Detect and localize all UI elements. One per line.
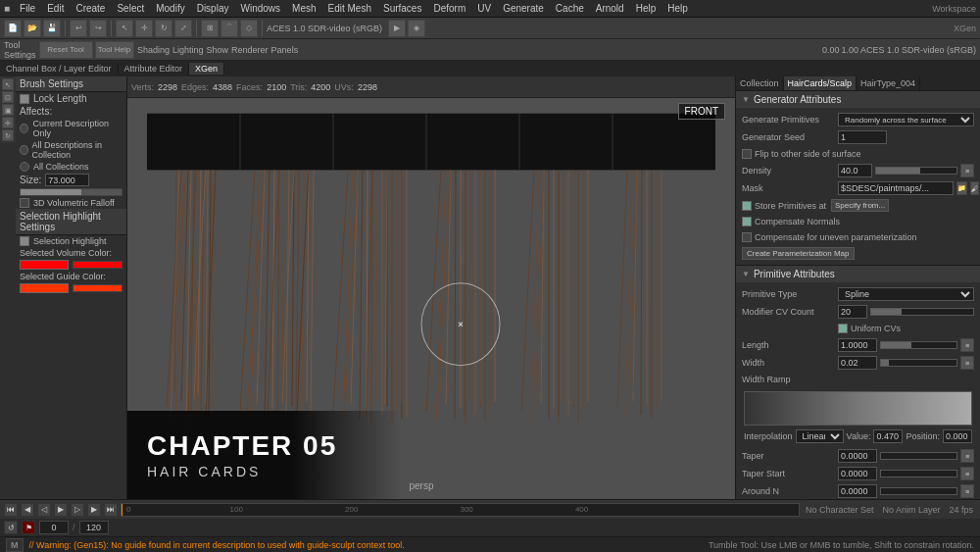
left-tool-1[interactable]: ↖ bbox=[2, 78, 14, 90]
comp-normals-checkbox[interactable] bbox=[742, 217, 752, 226]
ramp-value-input[interactable] bbox=[873, 429, 903, 443]
all-desc-radio[interactable] bbox=[20, 145, 28, 155]
rotate-icon[interactable]: ↻ bbox=[155, 20, 172, 37]
viewport-content[interactable]: persp CHAPTER 05 HAIR CARDS FRONT bbox=[127, 98, 735, 499]
width-input[interactable] bbox=[838, 356, 877, 370]
loop-btn[interactable]: ↺ bbox=[4, 521, 18, 534]
create-param-btn[interactable]: Create Parameterization Map bbox=[742, 247, 855, 260]
menu-curves[interactable]: Surfaces bbox=[377, 3, 427, 14]
timeline-track[interactable]: 0 100 200 300 400 bbox=[121, 503, 800, 517]
menu-uv[interactable]: Generate bbox=[497, 3, 550, 14]
tab-channel-box[interactable]: Channel Box / Layer Editor bbox=[0, 63, 119, 75]
xgen-tab-hairtype[interactable]: HairType_004 bbox=[857, 76, 920, 90]
menu-edit-mesh[interactable]: Edit Mesh bbox=[322, 3, 377, 14]
menu-surfaces[interactable]: Deform bbox=[427, 3, 471, 14]
size-input[interactable] bbox=[45, 174, 89, 186]
snap-point-icon[interactable]: ◇ bbox=[240, 20, 258, 37]
save-icon[interactable]: 💾 bbox=[43, 20, 61, 37]
density-slider[interactable] bbox=[875, 167, 957, 175]
prev-frame-btn[interactable]: ◀ bbox=[21, 503, 34, 517]
menu-cache[interactable]: Arnold bbox=[590, 3, 630, 14]
select-icon[interactable]: ↖ bbox=[116, 20, 133, 37]
play-back-btn[interactable]: ◁ bbox=[37, 503, 51, 517]
current-only-radio[interactable] bbox=[20, 124, 28, 133]
prim-type-dropdown[interactable]: Spline bbox=[838, 287, 974, 301]
gen-seed-input[interactable] bbox=[838, 130, 887, 144]
density-extra-btn[interactable]: ≡ bbox=[960, 164, 974, 177]
menu-modify[interactable]: Modify bbox=[150, 3, 190, 14]
menu-generate[interactable]: Cache bbox=[550, 3, 590, 14]
volumetric-checkbox[interactable] bbox=[20, 198, 29, 208]
density-input[interactable] bbox=[838, 164, 872, 177]
play-fwd-btn[interactable]: ▷ bbox=[71, 503, 84, 517]
menu-create[interactable]: Create bbox=[70, 3, 111, 14]
flip-checkbox[interactable] bbox=[742, 149, 752, 159]
all-desc-row[interactable]: All Descriptions in Collection bbox=[16, 139, 126, 161]
new-scene-icon[interactable]: 📄 bbox=[4, 20, 22, 37]
length-input[interactable] bbox=[838, 338, 877, 352]
mask-folder-btn[interactable]: 📁 bbox=[956, 181, 967, 195]
menu-deform[interactable]: UV bbox=[471, 3, 497, 14]
menu-help[interactable]: Help bbox=[662, 3, 694, 14]
taper-more-btn[interactable]: ≡ bbox=[960, 449, 974, 463]
length-more-btn[interactable]: ≡ bbox=[960, 338, 974, 352]
width-more-btn[interactable]: ≡ bbox=[960, 356, 974, 370]
snap-grid-icon[interactable]: ⊞ bbox=[201, 20, 219, 37]
tab-attribute-editor[interactable]: Attribute Editor bbox=[119, 63, 190, 75]
width-ramp-preview[interactable] bbox=[744, 391, 972, 426]
all-coll-radio[interactable] bbox=[20, 162, 29, 172]
next-frame-btn[interactable]: ▶ bbox=[87, 503, 101, 517]
left-tool-4[interactable]: ✛ bbox=[2, 117, 14, 128]
left-tool-5[interactable]: ↻ bbox=[2, 129, 14, 141]
menu-edit[interactable]: Edit bbox=[41, 3, 70, 14]
undo-icon[interactable]: ↩ bbox=[70, 20, 87, 37]
sel-highlight-checkbox[interactable] bbox=[20, 236, 29, 246]
around-n-input[interactable] bbox=[838, 484, 877, 498]
mod-cv-slider[interactable] bbox=[870, 308, 974, 316]
uniform-cvs-checkbox[interactable] bbox=[838, 324, 848, 333]
open-icon[interactable]: 📂 bbox=[24, 20, 41, 37]
around-n-slider[interactable] bbox=[880, 487, 957, 495]
go-start-btn[interactable]: ⏮ bbox=[4, 503, 18, 517]
xgen-tab-haircards[interactable]: HairCards/Scalp bbox=[784, 76, 858, 90]
menu-file[interactable]: File bbox=[14, 3, 41, 14]
tool-help-btn[interactable]: Tool Help bbox=[95, 41, 134, 59]
size-slider[interactable] bbox=[20, 188, 122, 196]
play-btn[interactable]: ▶ bbox=[54, 503, 68, 517]
guide-color-slider[interactable] bbox=[73, 284, 122, 292]
mod-cv-input[interactable] bbox=[838, 305, 867, 319]
tab-xgen[interactable]: XGen bbox=[189, 63, 224, 75]
selected-volume-color-swatch[interactable] bbox=[20, 260, 69, 270]
menu-windows[interactable]: Windows bbox=[234, 3, 286, 14]
ipr-icon[interactable]: ◈ bbox=[408, 20, 425, 37]
reset-tool-btn[interactable]: Reset Tool bbox=[39, 41, 93, 59]
around-n-more-btn[interactable]: ≡ bbox=[960, 484, 974, 498]
menu-select[interactable]: Select bbox=[111, 3, 150, 14]
store-prim-checkbox[interactable] bbox=[742, 201, 752, 211]
menu-display[interactable]: Display bbox=[191, 3, 235, 14]
mask-input[interactable] bbox=[838, 181, 954, 195]
taper-slider[interactable] bbox=[880, 452, 957, 460]
ramp-position-input[interactable] bbox=[943, 429, 972, 443]
left-tool-3[interactable]: ▣ bbox=[2, 104, 14, 116]
move-icon[interactable]: ✛ bbox=[135, 20, 153, 37]
comp-uneven-checkbox[interactable] bbox=[742, 232, 752, 242]
selected-guide-color-swatch[interactable] bbox=[20, 283, 69, 293]
taper-start-slider[interactable] bbox=[880, 470, 957, 477]
mask-paint-btn[interactable]: 🖌 bbox=[970, 181, 979, 195]
snap-curve-icon[interactable]: ⌒ bbox=[220, 20, 238, 37]
width-slider[interactable] bbox=[880, 359, 957, 367]
volume-color-slider[interactable] bbox=[73, 261, 122, 269]
auto-key-btn[interactable]: ⚑ bbox=[22, 521, 35, 534]
length-slider[interactable] bbox=[880, 341, 957, 349]
current-frame-input[interactable] bbox=[39, 521, 69, 534]
taper-start-input[interactable] bbox=[838, 467, 877, 480]
redo-icon[interactable]: ↪ bbox=[89, 20, 107, 37]
menu-mesh[interactable]: Mesh bbox=[286, 3, 321, 14]
menu-arnold[interactable]: Help bbox=[630, 3, 662, 14]
go-end-btn[interactable]: ⏭ bbox=[104, 503, 118, 517]
generator-attributes-header[interactable]: ▼ Generator Attributes bbox=[736, 91, 980, 108]
left-tool-2[interactable]: ⊡ bbox=[2, 91, 14, 103]
gen-prim-dropdown[interactable]: Randomly across the surface bbox=[838, 113, 974, 126]
scale-icon[interactable]: ⤢ bbox=[174, 20, 192, 37]
